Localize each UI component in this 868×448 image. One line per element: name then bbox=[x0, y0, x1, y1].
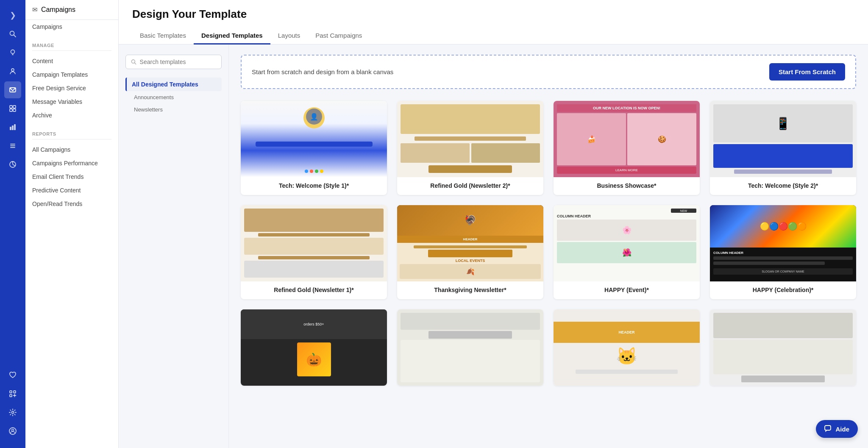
template-name: Tech: Welcome (Style 2)* bbox=[710, 177, 856, 195]
collapse-icon[interactable]: ❯ bbox=[4, 7, 21, 24]
svg-rect-12 bbox=[14, 124, 16, 130]
svg-rect-7 bbox=[13, 106, 16, 108]
search-input[interactable] bbox=[140, 58, 216, 65]
nav-item-archive[interactable]: Archive bbox=[25, 109, 118, 122]
dashboard-nav-icon[interactable] bbox=[4, 100, 21, 117]
template-name: Refined Gold (Newsletter 1)* bbox=[241, 281, 387, 299]
nav-header: ✉ Campaigns bbox=[25, 0, 118, 20]
template-card[interactable]: NEW COLUMN HEADER 🌸 🌺 HAPPY (Event)* bbox=[554, 205, 700, 299]
page-title: Design Your Template bbox=[132, 8, 854, 21]
template-card[interactable]: 🟡🔵🔴🟢🟠 COLUMN HEADER SLOGAN OR COMPANY NA… bbox=[710, 205, 856, 299]
search-icon bbox=[131, 59, 136, 65]
template-thumbnail bbox=[397, 101, 543, 177]
svg-line-1 bbox=[14, 35, 16, 37]
filter-sidebar: All Designed Templates Announcements New… bbox=[119, 45, 229, 448]
template-thumbnail bbox=[397, 309, 543, 386]
template-thumbnail bbox=[710, 309, 856, 386]
aide-chat-button[interactable]: Aide bbox=[816, 420, 858, 438]
template-thumbnail: NEW COLUMN HEADER 🌸 🌺 bbox=[554, 205, 700, 281]
template-name: Tech: Welcome (Style 1)* bbox=[241, 177, 387, 195]
template-name: Refined Gold (Newsletter 2)* bbox=[397, 177, 543, 195]
search-box[interactable] bbox=[125, 55, 222, 69]
reports-section-label: REPORTS bbox=[25, 125, 118, 139]
left-navigation: ✉ Campaigns Campaigns MANAGE Content Cam… bbox=[25, 0, 119, 448]
svg-rect-20 bbox=[14, 391, 16, 393]
template-thumbnail: OUR NEW LOCATION IS NOW OPEN! 🍰 🍪 LEARN … bbox=[554, 101, 700, 177]
svg-rect-29 bbox=[825, 426, 831, 430]
tab-basic-templates[interactable]: Basic Templates bbox=[132, 28, 194, 45]
svg-rect-19 bbox=[10, 391, 12, 393]
svg-rect-6 bbox=[10, 106, 12, 108]
nav-header-icon: ✉ bbox=[32, 6, 38, 14]
filter-newsletters[interactable]: Newsletters bbox=[125, 103, 222, 116]
gridplus-nav-icon[interactable] bbox=[4, 385, 21, 402]
scratch-banner: Start from scratch and design from a bla… bbox=[241, 55, 856, 89]
nav-item-open-read-trends[interactable]: Open/Read Trends bbox=[25, 197, 118, 211]
tab-designed-templates[interactable]: Designed Templates bbox=[194, 28, 270, 45]
svg-rect-9 bbox=[13, 109, 16, 111]
svg-rect-3 bbox=[12, 54, 14, 55]
template-name: HAPPY (Celebration)* bbox=[710, 281, 856, 299]
svg-point-2 bbox=[11, 50, 15, 54]
template-card[interactable]: 🦃 HEADER LOCAL EVENTS 🍂 Thanksgiving New… bbox=[397, 205, 543, 299]
template-card[interactable]: orders $50+ 🎃 bbox=[241, 309, 387, 386]
barchart-nav-icon[interactable] bbox=[4, 119, 21, 136]
nav-item-message-variables[interactable]: Message Variables bbox=[25, 95, 118, 109]
template-name: HAPPY (Event)* bbox=[554, 281, 700, 299]
nav-item-campaigns[interactable]: Campaigns bbox=[25, 20, 118, 33]
nav-item-predictive-content[interactable]: Predictive Content bbox=[25, 184, 118, 197]
svg-point-24 bbox=[12, 412, 14, 414]
template-card[interactable] bbox=[710, 309, 856, 386]
template-thumbnail bbox=[241, 205, 387, 281]
template-card[interactable]: Refined Gold (Newsletter 1)* bbox=[241, 205, 387, 299]
tab-past-campaigns[interactable]: Past Campaigns bbox=[308, 28, 370, 45]
lightbulb-nav-icon[interactable] bbox=[4, 44, 21, 61]
manage-section-label: MANAGE bbox=[25, 37, 118, 50]
template-thumbnail: HEADER 🐱 bbox=[554, 309, 700, 386]
svg-rect-8 bbox=[10, 109, 12, 111]
user-avatar-icon[interactable] bbox=[4, 423, 21, 440]
nav-item-email-client-trends[interactable]: Email Client Trends bbox=[25, 170, 118, 184]
email-nav-icon[interactable] bbox=[4, 81, 21, 98]
svg-rect-21 bbox=[10, 395, 12, 397]
svg-point-26 bbox=[12, 429, 14, 431]
scratch-banner-text: Start from scratch and design from a bla… bbox=[252, 68, 393, 75]
nav-reports-section: REPORTS All Campaigns Campaigns Performa… bbox=[25, 125, 118, 214]
nav-item-campaigns-performance[interactable]: Campaigns Performance bbox=[25, 156, 118, 170]
svg-rect-11 bbox=[12, 125, 14, 130]
heart-nav-icon[interactable] bbox=[4, 367, 21, 384]
template-thumbnail: 👤 bbox=[241, 101, 387, 177]
nav-item-campaign-templates[interactable]: Campaign Templates bbox=[25, 68, 118, 81]
template-card[interactable] bbox=[397, 309, 543, 386]
nav-item-content[interactable]: Content bbox=[25, 54, 118, 68]
svg-line-28 bbox=[134, 63, 136, 64]
start-from-scratch-button[interactable]: Start From Scratch bbox=[769, 63, 845, 81]
settings-nav-icon[interactable] bbox=[4, 404, 21, 421]
person-nav-icon[interactable] bbox=[4, 63, 21, 80]
chat-icon bbox=[824, 425, 832, 433]
template-thumbnail: orders $50+ 🎃 bbox=[241, 309, 387, 386]
filter-announcements[interactable]: Announcements bbox=[125, 91, 222, 103]
filter-all-designed[interactable]: All Designed Templates bbox=[125, 78, 222, 91]
template-thumbnail: 🟡🔵🔴🟢🟠 COLUMN HEADER SLOGAN OR COMPANY NA… bbox=[710, 205, 856, 281]
nav-item-free-design[interactable]: Free Design Service bbox=[25, 81, 118, 95]
main-area: Design Your Template Basic Templates Des… bbox=[119, 0, 868, 448]
tab-layouts[interactable]: Layouts bbox=[270, 28, 308, 45]
search-nav-icon[interactable] bbox=[4, 25, 21, 42]
template-card[interactable]: 👤 Tech: Welcome (Style 1)* bbox=[241, 101, 387, 195]
template-name: Business Showcase* bbox=[554, 177, 700, 195]
piechart-nav-icon[interactable] bbox=[4, 156, 21, 173]
nav-header-title: Campaigns bbox=[41, 6, 75, 14]
nav-item-all-campaigns[interactable]: All Campaigns bbox=[25, 143, 118, 156]
content-area: All Designed Templates Announcements New… bbox=[119, 45, 868, 448]
list-nav-icon[interactable] bbox=[4, 137, 21, 154]
template-card[interactable]: Refined Gold (Newsletter 2)* bbox=[397, 101, 543, 195]
nav-manage-section: MANAGE Content Campaign Templates Free D… bbox=[25, 37, 118, 125]
page-header: Design Your Template Basic Templates Des… bbox=[119, 0, 868, 45]
template-name: Thanksgiving Newsletter* bbox=[397, 281, 543, 299]
icon-rail: ❯ bbox=[0, 0, 25, 448]
template-card[interactable]: OUR NEW LOCATION IS NOW OPEN! 🍰 🍪 LEARN … bbox=[554, 101, 700, 195]
template-card[interactable]: HEADER 🐱 bbox=[554, 309, 700, 386]
template-card[interactable]: 📱 Tech: Welcome (Style 2)* bbox=[710, 101, 856, 195]
svg-rect-10 bbox=[10, 127, 11, 130]
